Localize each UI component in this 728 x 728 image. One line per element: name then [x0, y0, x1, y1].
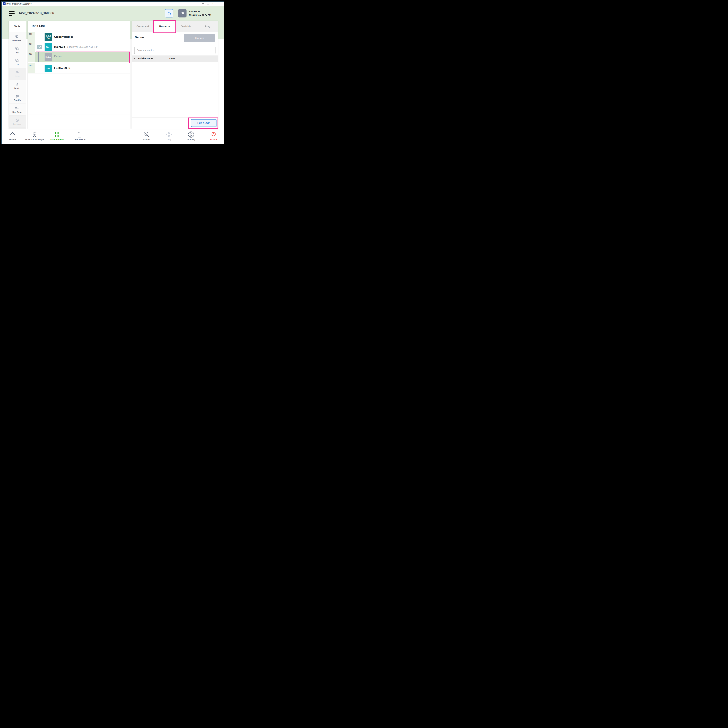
col-variable-name: Variable Name [138, 57, 153, 60]
divider [28, 42, 130, 42]
hamburger-icon [9, 11, 15, 12]
divider [28, 76, 130, 77]
page-title: Task_20240513_160036 [18, 11, 54, 15]
task-row-label: MainSub [54, 46, 65, 49]
divider [28, 32, 130, 32]
tools-sidebar: Tools Multi-Select Copy Cut [9, 21, 26, 129]
row-number-cell: 000 [28, 32, 35, 42]
cut-icon [15, 58, 19, 63]
task-list-title: Task List [31, 24, 45, 28]
task-row-detail: ( Task Vel. 250.000, Acc. 1,0⋯ ) [67, 46, 101, 48]
window-title: DART-Platform GV02110200 [6, 3, 32, 5]
tool-label: Row Up [14, 99, 21, 101]
task-row-label: Define [54, 55, 62, 58]
close-icon: ✕ [212, 3, 214, 5]
tool-label: Suppress [13, 123, 21, 125]
tools-title: Tools [9, 21, 26, 32]
task-builder-icon [54, 131, 60, 138]
robot-gripper-button[interactable] [165, 9, 173, 17]
row-number-cell: 003 [28, 63, 35, 73]
header-divider [176, 10, 176, 17]
tab-property[interactable]: Property [154, 21, 176, 32]
tool-label: Delete [14, 87, 20, 89]
menu-button[interactable] [9, 11, 15, 16]
tab-command[interactable]: Command [132, 21, 154, 32]
close-button[interactable]: ✕ [211, 2, 214, 5]
task-row-label: GlobalVariables [54, 35, 73, 38]
gripper-icon [167, 11, 171, 16]
multi-select-icon [15, 35, 19, 39]
tree-branch [38, 58, 43, 58]
app-logo-icon: D [3, 2, 6, 5]
tool-label: Copy [15, 51, 20, 54]
maximize-icon [207, 3, 209, 5]
nav-power[interactable]: Power [199, 129, 226, 145]
power-icon [210, 131, 217, 138]
delete-icon [15, 83, 19, 87]
minimize-icon [202, 3, 204, 4]
status-timestamp: 2024.05.13 4:12:34 PM [189, 14, 211, 16]
tree-line [38, 52, 38, 62]
tool-delete[interactable]: Delete [9, 80, 26, 92]
divider [28, 89, 130, 89]
app-root: D DART-Platform GV02110200 ✕ Task_202405… [0, 0, 226, 147]
divider [28, 114, 130, 115]
selected-row-number-cell: 002 [28, 52, 35, 62]
edit-add-button[interactable]: Edit & Add [191, 119, 217, 127]
tool-paste: Paste [9, 68, 26, 80]
home-icon [9, 131, 16, 138]
property-section-title: Define [135, 36, 144, 39]
define-badge: Define [44, 53, 52, 61]
task-list-panel: Task List 000 Global Var. GlobalVariable… [28, 21, 130, 129]
tool-cut[interactable]: Cut [9, 56, 26, 68]
hand-icon [180, 11, 185, 16]
tool-row-down[interactable]: Row Down [9, 104, 26, 115]
row-down-icon [15, 106, 19, 110]
nav-task-writer[interactable]: Task Writer [65, 129, 94, 145]
status-icon [143, 131, 150, 138]
tab-play[interactable]: Play [197, 21, 218, 32]
hand-guide-button[interactable] [178, 9, 187, 17]
collapse-chevron-button[interactable] [37, 45, 42, 49]
property-panel: Command Property Variable Play Define Co… [132, 21, 218, 129]
tab-variable[interactable]: Variable [176, 21, 197, 32]
suppress-icon [15, 118, 19, 122]
variable-table-header: # Variable Name Value [132, 55, 218, 61]
task-row-label: EndMainSub [54, 67, 70, 70]
tool-suppress: Suppress [9, 116, 26, 127]
maximize-button[interactable] [206, 2, 210, 5]
task-writer-icon [76, 131, 83, 138]
annotation-input[interactable] [134, 47, 216, 54]
tool-copy[interactable]: Copy [9, 44, 26, 56]
tool-label: Row Down [12, 111, 22, 113]
servo-status: Servo Off [189, 10, 200, 13]
end-badge: End [44, 65, 52, 72]
workcell-manager-icon [31, 131, 38, 138]
global-var-badge: Global Var. [44, 33, 52, 41]
chevron-down-icon [37, 45, 42, 49]
tool-label: Paste [15, 75, 20, 77]
divider [132, 118, 218, 118]
col-index: # [134, 57, 135, 60]
confirm-button[interactable]: Confirm [184, 34, 215, 42]
tool-multi-select[interactable]: Multi-Select [9, 32, 26, 44]
divider [28, 73, 130, 74]
tool-label: Multi-Select [12, 39, 23, 41]
paste-icon [15, 70, 19, 75]
row-number-cell: 001 [28, 42, 35, 52]
copy-icon [15, 47, 19, 50]
row-up-icon [15, 94, 19, 98]
tool-row-up[interactable]: Row Up [9, 92, 26, 104]
minimize-button[interactable] [202, 2, 205, 5]
setting-icon [188, 131, 194, 138]
col-value: Value [169, 57, 175, 60]
tool-label: Cut [15, 63, 18, 65]
jog-icon [165, 131, 172, 138]
start-badge: Start [44, 43, 52, 51]
